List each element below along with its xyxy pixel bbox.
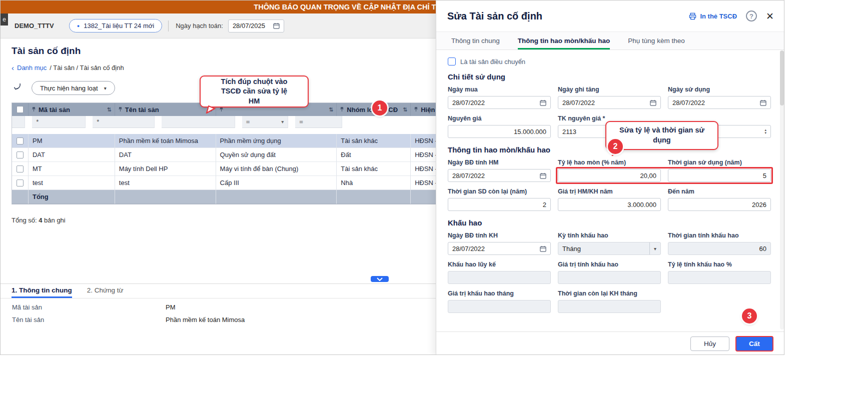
- batch-action-button[interactable]: Thực hiện hàng loạt ▾: [32, 81, 115, 95]
- use-date-input[interactable]: 28/07/2022: [668, 96, 771, 109]
- select-all-checkbox[interactable]: [17, 106, 24, 113]
- filter-cell-status[interactable]: =: [295, 116, 342, 128]
- record-count-label: Tổng số:: [12, 216, 37, 224]
- print-link-label: In thẻ TSCĐ: [700, 12, 737, 20]
- row-checkbox[interactable]: [17, 180, 24, 186]
- filter-cell-code[interactable]: *: [32, 116, 86, 128]
- row-checkbox[interactable]: [17, 152, 24, 158]
- pin-icon[interactable]: [118, 106, 123, 114]
- tab-hao-mon-khau-hao[interactable]: Thông tin hao mòn/khấu hao: [518, 37, 610, 50]
- modal-scrollbar[interactable]: [780, 50, 784, 330]
- filter-cell-name[interactable]: *: [93, 116, 155, 128]
- row-select-cell: [12, 148, 29, 162]
- sort-icon[interactable]: ⇅: [329, 106, 333, 113]
- tab-thong-tin-chung[interactable]: Thông tin chung: [451, 37, 500, 50]
- form-row: Ngày mua 28/07/2022 Ngày ghi tăng 28/07/…: [448, 86, 778, 109]
- calendar-icon[interactable]: [273, 22, 280, 29]
- save-button[interactable]: Cất: [735, 336, 773, 352]
- field-label: Giá trị HM/KH năm: [558, 188, 661, 196]
- modal-body: Là tài sản điều chuyển Chi tiết sử dụng …: [436, 50, 784, 313]
- field-value: 28/07/2022: [672, 99, 760, 106]
- hm-start-date-input[interactable]: 28/07/2022: [448, 169, 551, 182]
- row-select-cell: [12, 176, 29, 190]
- kh-period-select[interactable]: Tháng ▾: [558, 242, 661, 255]
- cancel-button[interactable]: Hủy: [690, 336, 729, 351]
- sort-icon[interactable]: ⇅: [403, 106, 407, 113]
- calendar-icon[interactable]: [540, 172, 546, 179]
- posting-date-input[interactable]: 28/07/2025: [228, 20, 284, 32]
- field-label: Ngày mua: [448, 86, 551, 94]
- annual-value-input[interactable]: 3.000.000: [558, 198, 661, 211]
- breadcrumb-link-danh-muc[interactable]: Danh mục: [17, 64, 47, 72]
- calendar-icon[interactable]: [540, 246, 546, 252]
- field-value: 15.000.000: [514, 128, 546, 136]
- kh-month-left-input[interactable]: [558, 300, 661, 313]
- close-icon[interactable]: ✕: [766, 10, 774, 22]
- curved-arrow-icon[interactable]: [13, 82, 23, 94]
- section-heading-khau-hao: Khấu hao: [448, 217, 784, 228]
- filter-cell-type[interactable]: [162, 116, 235, 128]
- chevron-down-icon[interactable]: ▾: [281, 119, 284, 124]
- transfer-checkbox-row: Là tài sản điều chuyển: [448, 56, 784, 67]
- calendar-icon[interactable]: [760, 100, 766, 106]
- detail-value: Phần mềm kế toán Mimosa: [166, 316, 245, 324]
- row-select-cell: [12, 134, 29, 148]
- sort-icon[interactable]: ⇅: [107, 106, 112, 113]
- kh-start-date-input[interactable]: 28/07/2022: [448, 242, 551, 255]
- table-row[interactable]: PM Phần mềm kế toán Mimosa Phần mềm ứng …: [12, 134, 486, 148]
- hm-rate-input[interactable]: 20,00: [558, 169, 661, 182]
- select-all-cell[interactable]: [12, 103, 29, 116]
- kh-base-input[interactable]: [558, 271, 661, 284]
- row-checkbox[interactable]: [17, 166, 24, 172]
- field-label: Thời gian tính khấu hao: [668, 232, 771, 240]
- tab-chung-tu[interactable]: 2. Chứng từ: [87, 286, 124, 298]
- document-pill[interactable]: ● 1382_Tài liệu TT 24 mới: [69, 19, 162, 32]
- original-cost-input[interactable]: 15.000.000: [448, 125, 551, 138]
- chevron-down-icon[interactable]: ▾: [649, 242, 656, 254]
- cell-name: test: [115, 176, 216, 190]
- help-icon[interactable]: ?: [746, 10, 757, 22]
- edge-tab[interactable]: e: [1, 14, 8, 26]
- field-value: 28/07/2022: [562, 99, 650, 106]
- cell-group: Nhà: [337, 176, 411, 190]
- tab-thong-tin-chung[interactable]: 1. Thông tin chung: [12, 286, 72, 298]
- record-count-suffix: bản ghi: [44, 216, 66, 224]
- filter-cell-group[interactable]: =▾: [242, 116, 289, 128]
- column-header-code[interactable]: Mã tài sản ⇅: [29, 103, 115, 116]
- use-years-input[interactable]: 5: [668, 169, 771, 182]
- kh-accum-input[interactable]: [448, 271, 551, 284]
- field-label: Tỷ lệ hao mòn (% năm): [558, 159, 661, 167]
- pin-icon[interactable]: [32, 106, 36, 114]
- purchase-date-input[interactable]: 28/07/2022: [448, 96, 551, 109]
- spinner-down-icon[interactable]: ▾: [764, 132, 766, 134]
- print-asset-card-link[interactable]: In thẻ TSCĐ: [689, 12, 737, 20]
- panel-expander-button[interactable]: [371, 276, 389, 282]
- back-chevron-icon[interactable]: ‹: [12, 64, 14, 71]
- calendar-icon[interactable]: [650, 100, 656, 106]
- table-row[interactable]: MT Máy tính Dell HP Máy vi tính để bàn (…: [12, 162, 486, 176]
- spinner-icon[interactable]: ▴ ▾: [764, 128, 766, 134]
- tab-phu-tung-kem-theo[interactable]: Phụ tùng kèm theo: [628, 37, 684, 50]
- form-row: Khấu hao lũy kế Giá trị tính khấu hao Tỷ…: [448, 261, 778, 284]
- to-year-input[interactable]: 2026: [668, 198, 771, 211]
- record-date-input[interactable]: 28/07/2022: [558, 96, 661, 109]
- field-value: 2113: [562, 128, 576, 136]
- kh-time-input[interactable]: 60: [668, 242, 771, 255]
- pin-icon[interactable]: [414, 106, 418, 114]
- annotation-step1-callout: Tích đúp chuột vào TSCĐ cần sửa tỷ lệ HM: [200, 76, 309, 108]
- total-empty-cell: [216, 190, 337, 204]
- step2-badge: 2: [608, 139, 623, 154]
- total-row: Tổng: [12, 190, 486, 204]
- row-checkbox[interactable]: [17, 138, 24, 144]
- kh-month-value-input[interactable]: [448, 300, 551, 313]
- filter-value: *: [36, 118, 39, 126]
- pin-icon[interactable]: [340, 106, 344, 114]
- transfer-checkbox[interactable]: [448, 58, 456, 66]
- calendar-icon[interactable]: [540, 100, 546, 106]
- remaining-years-input[interactable]: 2: [448, 198, 551, 211]
- table-row[interactable]: test test Cấp III Nhà HĐSN -: [12, 176, 486, 190]
- table-row[interactable]: DAT DAT Quyền sử dụng đất Đất HĐSN -: [12, 148, 486, 162]
- kh-rate-input[interactable]: [668, 271, 771, 284]
- scrollbar-thumb[interactable]: [780, 50, 784, 106]
- filter-value: *: [97, 118, 99, 126]
